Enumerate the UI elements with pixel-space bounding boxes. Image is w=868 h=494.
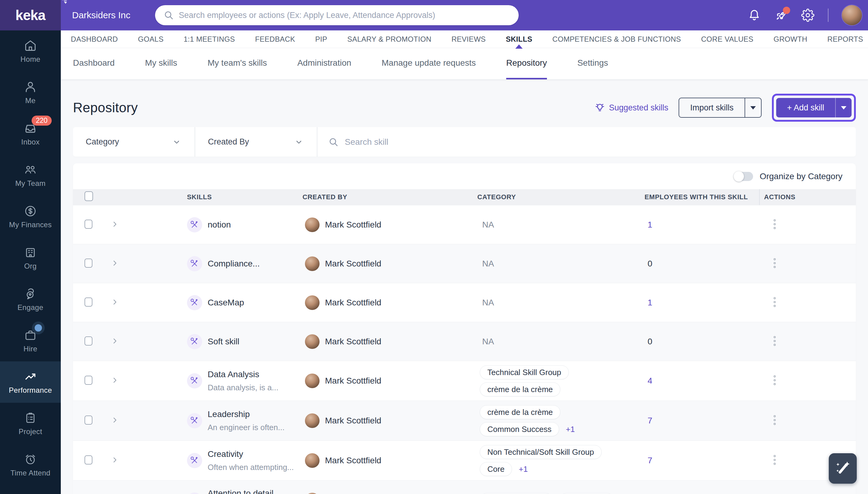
tab-core-values[interactable]: CORE VALUES	[701, 35, 753, 43]
home-icon	[24, 39, 37, 52]
select-all-checkbox[interactable]	[84, 191, 93, 201]
chevron-right-icon[interactable]	[111, 337, 119, 345]
kebab-menu-icon[interactable]	[771, 296, 778, 308]
suggested-skills-link[interactable]: Suggested skills	[594, 102, 668, 113]
more-categories-link[interactable]: +1	[519, 464, 528, 474]
skill-name[interactable]: Creativity	[208, 449, 294, 459]
employee-count-link[interactable]: 4	[648, 376, 652, 385]
skill-name[interactable]: Attention to detail	[208, 489, 273, 494]
gear-icon[interactable]	[801, 8, 814, 22]
tab-pip[interactable]: PIP	[315, 35, 328, 43]
row-checkbox[interactable]	[84, 416, 93, 425]
row-checkbox[interactable]	[84, 455, 93, 464]
subtab-manage-update-requests[interactable]: Manage update requests	[381, 48, 476, 79]
employee-count-link[interactable]: 1	[648, 298, 652, 307]
table-row: CaseMap Mark Scottfield NA 1	[73, 283, 856, 322]
organize-by-category-toggle[interactable]	[734, 172, 753, 181]
tab-reports[interactable]: REPORTS	[827, 35, 863, 43]
kebab-menu-icon[interactable]	[771, 454, 778, 466]
sidebar-item-inbox[interactable]: 220 Inbox	[0, 113, 61, 154]
tab-1-1-meetings[interactable]: 1:1 MEETINGS	[184, 35, 235, 43]
sidebar-item-engage[interactable]: Engage	[0, 279, 61, 320]
import-skills-dropdown[interactable]	[745, 98, 761, 117]
sidebar-item-time-attend[interactable]: Time Attend	[0, 444, 61, 486]
keka-spark-icon	[59, 0, 68, 5]
rocket-icon[interactable]	[774, 8, 788, 22]
created-by-filter[interactable]: Created By	[195, 127, 317, 157]
keka-logo[interactable]: keka	[0, 0, 61, 31]
row-checkbox[interactable]	[84, 337, 93, 345]
skill-name[interactable]: notion	[208, 220, 231, 230]
chevron-right-icon[interactable]	[111, 456, 119, 464]
notification-dot	[783, 7, 790, 14]
skill-name[interactable]: Data Analysis	[208, 369, 278, 379]
subtab-dashboard[interactable]: Dashboard	[73, 48, 115, 79]
row-checkbox[interactable]	[84, 220, 93, 229]
global-search[interactable]	[155, 5, 519, 25]
subtab-my-teams-skills[interactable]: My team's skills	[208, 48, 267, 79]
sidebar-item-my-team[interactable]: My Team	[0, 154, 61, 196]
tab-salary-promotion[interactable]: SALARY & PROMOTION	[347, 35, 431, 43]
skill-search[interactable]	[317, 127, 856, 157]
sidebar-item-my-finances[interactable]: My Finances	[0, 196, 61, 237]
chevron-right-icon[interactable]	[111, 416, 119, 424]
skill-name[interactable]: CaseMap	[208, 298, 244, 307]
avatar	[305, 413, 319, 428]
skill-search-input[interactable]	[345, 137, 845, 147]
user-avatar[interactable]	[842, 5, 862, 25]
sidebar-item-label: Project	[19, 428, 42, 436]
add-skill-button[interactable]: + Add skill	[776, 98, 852, 117]
chevron-right-icon[interactable]	[111, 376, 119, 384]
global-search-input[interactable]	[179, 11, 510, 20]
skill-name[interactable]: Leadership	[208, 410, 284, 419]
sidebar-item-me[interactable]: Me	[0, 72, 61, 113]
kebab-menu-icon[interactable]	[771, 335, 778, 347]
tab-feedback[interactable]: FEEDBACK	[255, 35, 295, 43]
kebab-menu-icon[interactable]	[771, 218, 778, 230]
sidebar-item-project[interactable]: Project	[0, 403, 61, 444]
employee-count-link[interactable]: 7	[648, 456, 652, 465]
sidebar-item-label: Performance	[9, 386, 52, 395]
tab-reviews[interactable]: REVIEWS	[452, 35, 486, 43]
employee-count-link[interactable]: 7	[648, 416, 652, 425]
subtab-administration[interactable]: Administration	[297, 48, 351, 79]
sidebar: Home Me 220 Inbox My Team My Finances Or…	[0, 31, 61, 494]
tab-dashboard[interactable]: DASHBOARD	[71, 35, 118, 43]
chevron-down-icon	[841, 106, 846, 110]
tab-growth[interactable]: GROWTH	[773, 35, 807, 43]
row-checkbox[interactable]	[84, 259, 93, 268]
sidebar-item-hire[interactable]: Hire	[0, 320, 61, 361]
import-skills-button[interactable]: Import skills	[678, 98, 762, 118]
row-checkbox[interactable]	[84, 376, 93, 385]
keka-logo-text: keka	[16, 7, 45, 23]
sidebar-item-org[interactable]: Org	[0, 237, 61, 279]
row-checkbox[interactable]	[84, 298, 93, 307]
sidebar-item-label: Org	[24, 262, 37, 270]
skill-name[interactable]: Soft skill	[208, 337, 239, 346]
subtab-settings[interactable]: Settings	[577, 48, 608, 79]
creator-name: Mark Scottfield	[325, 376, 381, 386]
chevron-right-icon[interactable]	[111, 220, 119, 228]
kebab-menu-icon[interactable]	[771, 414, 778, 426]
building-icon	[24, 246, 37, 259]
subtab-my-skills[interactable]: My skills	[145, 48, 177, 79]
sidebar-item-performance[interactable]: Performance	[0, 361, 61, 403]
category-filter[interactable]: Category	[73, 127, 195, 157]
tab-goals[interactable]: GOALS	[138, 35, 163, 43]
toggle-knob	[734, 171, 744, 182]
tab-skills[interactable]: SKILLS	[506, 35, 532, 43]
skill-name[interactable]: Compliance...	[208, 259, 260, 269]
ai-assistant-button[interactable]	[829, 453, 857, 484]
tab-competencies-job-functions[interactable]: COMPETENCIES & JOB FUNCTIONS	[552, 35, 681, 43]
add-skill-dropdown[interactable]	[835, 98, 852, 117]
bell-icon[interactable]	[748, 8, 761, 22]
more-categories-link[interactable]: +1	[566, 425, 575, 434]
avatar	[305, 453, 319, 468]
chevron-right-icon[interactable]	[111, 298, 119, 306]
sidebar-item-home[interactable]: Home	[0, 31, 61, 72]
employee-count-link[interactable]: 1	[648, 220, 652, 229]
kebab-menu-icon[interactable]	[771, 375, 778, 386]
subtab-repository[interactable]: Repository	[506, 48, 547, 79]
kebab-menu-icon[interactable]	[771, 257, 778, 269]
chevron-right-icon[interactable]	[111, 259, 119, 267]
